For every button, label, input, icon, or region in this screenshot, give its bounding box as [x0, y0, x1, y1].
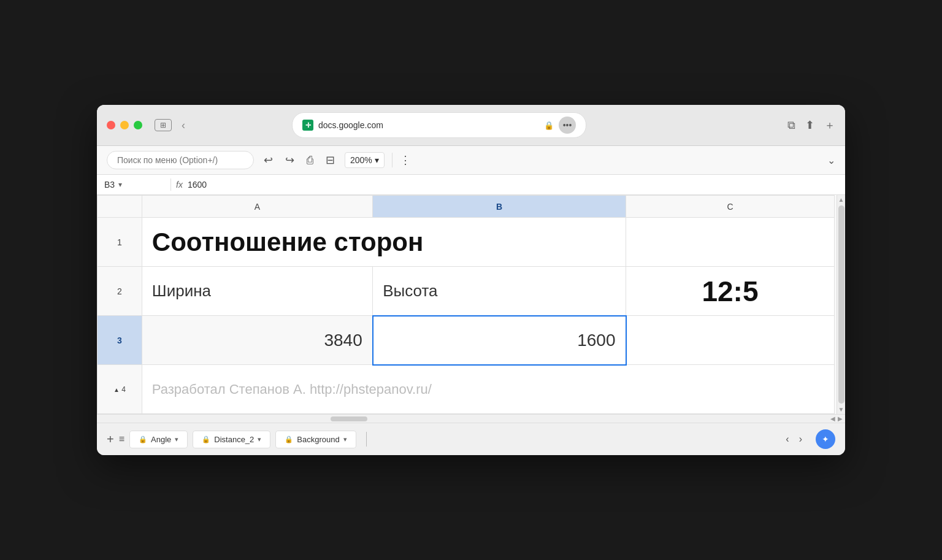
cell-r2-c[interactable]: 12:5 — [626, 267, 835, 316]
cell-r2-a[interactable]: Ширина — [142, 267, 372, 316]
row-header-4[interactable]: ▲ 4 — [98, 365, 142, 414]
sheet-tab-background-label: Background — [297, 435, 339, 444]
cell-ref-label: B3 — [104, 180, 115, 190]
h-scroll-right-icon[interactable]: ▶ — [838, 415, 843, 422]
favicon: ✛ — [302, 120, 313, 131]
sheet-tab-distance2-label: Distance_2 — [214, 435, 254, 444]
new-tab-button[interactable]: ＋ — [824, 118, 835, 132]
sheet-menu-button[interactable]: ≡ — [119, 434, 124, 445]
tab-overview-button[interactable]: ⧉ — [787, 118, 795, 132]
menu-search-input[interactable] — [107, 151, 254, 169]
spreadsheet-grid: A B C 1 Соотношение сторон — [97, 195, 845, 414]
row-header-3[interactable]: 3 — [98, 316, 142, 365]
zoom-arrow-icon: ▾ — [375, 155, 379, 165]
toolbar-separator — [392, 153, 392, 167]
cell-ref-dropdown-icon[interactable]: ▾ — [118, 180, 122, 189]
print-button[interactable]: ⎙ — [304, 153, 316, 168]
sheet-tab-angle[interactable]: 🔒 Angle ▾ — [129, 431, 188, 448]
sheet-lock-icon-angle: 🔒 — [139, 435, 147, 443]
formula-bar: B3 ▾ fx 1600 — [97, 175, 845, 195]
format-button[interactable]: ⊟ — [323, 152, 337, 168]
scroll-down-icon[interactable]: ▼ — [838, 406, 844, 413]
sheet-lock-icon-distance2: 🔒 — [202, 435, 210, 443]
sheet-tab-background-arrow: ▾ — [343, 435, 347, 443]
scroll-up-icon[interactable]: ▲ — [838, 196, 844, 203]
sheet-prev-button[interactable]: ‹ — [782, 432, 792, 446]
sheet-tab-distance2-arrow: ▾ — [258, 435, 261, 443]
bottom-bar: + ≡ 🔒 Angle ▾ 🔒 Distance_2 ▾ 🔒 Backgroun… — [97, 423, 845, 455]
grid-wrapper: A B C 1 Соотношение сторон — [97, 195, 845, 414]
scroll-thumb[interactable] — [838, 205, 844, 404]
formula-divider — [170, 178, 171, 191]
h-scroll-thumb[interactable] — [331, 416, 367, 421]
cell-r3-a[interactable]: 3840 — [142, 316, 372, 365]
gemini-button[interactable]: ✦ — [816, 429, 835, 449]
table-row: ▲ 4 Разработал Степанов А. http://phstep… — [98, 365, 845, 414]
bottom-separator — [366, 432, 367, 447]
title-bar: ⊞ ‹ ✛ docs.google.com 🔒 ••• ⧉ ⬆ ＋ — [97, 105, 845, 146]
table-row: 3 3840 1600 — [98, 316, 845, 365]
sheet-tab-angle-arrow: ▾ — [175, 435, 178, 443]
address-bar[interactable]: ✛ docs.google.com 🔒 ••• — [292, 112, 586, 138]
browser-window: ⊞ ‹ ✛ docs.google.com 🔒 ••• ⧉ ⬆ ＋ ↩ ↪ ⎙ … — [97, 105, 845, 455]
traffic-lights — [107, 121, 142, 129]
formula-icon: fx — [176, 180, 183, 190]
row-header-1[interactable]: 1 — [98, 218, 142, 267]
horizontal-scrollbar[interactable]: ◀ ▶ — [97, 414, 845, 423]
sheet-nav-buttons: ‹ › — [782, 432, 806, 446]
more-options-button[interactable]: ⋮ — [400, 153, 411, 167]
cell-reference: B3 ▾ — [104, 180, 166, 190]
table-row: 1 Соотношение сторон — [98, 218, 845, 267]
col-header-a[interactable]: A — [142, 196, 372, 218]
redo-button[interactable]: ↪ — [283, 152, 297, 168]
spreadsheet: B3 ▾ fx 1600 A — [97, 175, 845, 423]
h-scroll-arrows: ◀ ▶ — [830, 415, 843, 422]
site-info-button[interactable]: ••• — [559, 117, 576, 134]
cell-r3-c[interactable] — [626, 316, 835, 365]
h-scroll-left-icon[interactable]: ◀ — [830, 415, 835, 422]
minimize-button[interactable] — [120, 121, 129, 129]
cell-r1-a[interactable]: Соотношение сторон — [142, 218, 626, 267]
cell-r4-credit[interactable]: Разработал Степанов А. http://phstepanov… — [142, 365, 834, 414]
col-header-c[interactable]: C — [626, 196, 835, 218]
sheet-tab-angle-label: Angle — [151, 435, 171, 444]
back-button[interactable]: ‹ — [179, 118, 188, 133]
zoom-selector[interactable]: 200% ▾ — [345, 152, 385, 168]
url-text: docs.google.com — [318, 120, 539, 130]
cell-r2-b[interactable]: Высота — [373, 267, 626, 316]
sheet-next-button[interactable]: › — [795, 432, 806, 446]
row-header-2[interactable]: 2 — [98, 267, 142, 316]
sheet-tab-distance2[interactable]: 🔒 Distance_2 ▾ — [193, 431, 270, 448]
cell-r1-c[interactable] — [626, 218, 835, 267]
share-button[interactable]: ⬆ — [805, 118, 814, 132]
lock-icon: 🔒 — [544, 121, 554, 130]
corner-cell — [98, 196, 142, 218]
cell-r3-b[interactable]: 1600 — [373, 316, 626, 365]
sidebar-toggle-button[interactable]: ⊞ — [155, 119, 172, 131]
column-header-row: A B C — [98, 196, 845, 218]
table-row: 2 Ширина Высота 12:5 — [98, 267, 845, 316]
window-actions: ⧉ ⬆ ＋ — [787, 118, 835, 132]
toolbar: ↩ ↪ ⎙ ⊟ 200% ▾ ⋮ ⌄ — [97, 146, 845, 175]
maximize-button[interactable] — [134, 121, 142, 129]
undo-button[interactable]: ↩ — [261, 152, 275, 168]
row-expand-icon: ▲ — [113, 386, 120, 393]
close-button[interactable] — [107, 121, 115, 129]
sidebar-toggle-icon: ⊞ — [160, 121, 166, 129]
sheet-tab-background[interactable]: 🔒 Background ▾ — [275, 431, 356, 448]
toolbar-collapse-button[interactable]: ⌄ — [827, 155, 835, 166]
zoom-value: 200% — [350, 155, 372, 165]
formula-value: 1600 — [188, 180, 838, 190]
vertical-scrollbar[interactable]: ▲ ▼ — [837, 195, 845, 414]
add-sheet-button[interactable]: + — [107, 432, 114, 447]
col-header-b[interactable]: B — [373, 196, 626, 218]
sheet-lock-icon-bg: 🔒 — [285, 435, 293, 443]
